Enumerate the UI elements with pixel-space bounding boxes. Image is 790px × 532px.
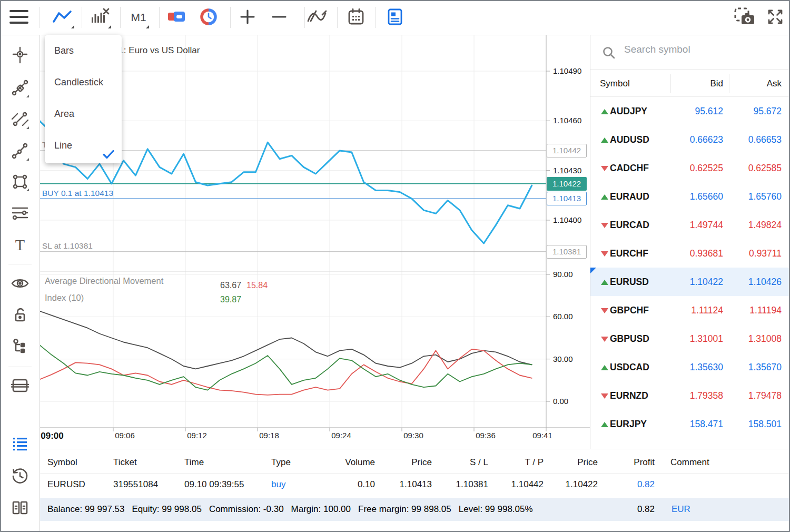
text-tool-button[interactable]: T: [9, 235, 31, 256]
adx-value: 63.67: [220, 281, 241, 290]
menu-item-candlestick[interactable]: Candlestick: [45, 66, 122, 98]
show-objects-button[interactable]: [9, 273, 31, 294]
bid-price: 1.31001: [690, 324, 723, 353]
dropdown-corner-icon: [108, 25, 111, 28]
header-ticket[interactable]: Ticket: [113, 449, 179, 476]
balance-item: Margin: 100.00: [291, 504, 351, 514]
header-volume[interactable]: Volume: [324, 449, 375, 476]
menu-item-area[interactable]: Area: [45, 98, 122, 130]
time-axis-label: 09:18: [259, 431, 279, 440]
one-click-trading-button[interactable]: [166, 5, 187, 30]
plus-icon: [240, 9, 255, 26]
balance-label: Level:: [459, 504, 485, 514]
header-symbol[interactable]: Symbol: [47, 449, 113, 476]
history-button[interactable]: [9, 466, 31, 487]
zoom-out-button[interactable]: [269, 5, 290, 30]
trade-table-row[interactable]: EURUSD31955108409.10 09:39:55buy0.101.10…: [39, 474, 790, 497]
header-price[interactable]: Price: [549, 449, 598, 476]
symbol-row-cadchf[interactable]: CADCHF0.625250.62585: [590, 154, 790, 182]
screenshot-button[interactable]: [733, 5, 756, 30]
main-menu-button[interactable]: [6, 5, 32, 30]
fibonacci-tool-button[interactable]: [9, 203, 31, 224]
symbol-row-eurnzd[interactable]: EURNZD1.793581.79478: [590, 381, 790, 410]
sl-annotation: SL at 1.10381: [42, 241, 93, 251]
symbol-name: AUDUSD: [610, 125, 649, 154]
dropdown-corner-icon: [26, 95, 29, 97]
price-axis-label: 1.10490: [553, 67, 588, 75]
zoom-in-button[interactable]: [237, 5, 258, 30]
search-input[interactable]: [623, 43, 778, 56]
trade-dialog-button[interactable]: [9, 376, 31, 397]
remove-indicator-button[interactable]: [87, 5, 113, 30]
arrow-down-icon: [601, 308, 608, 313]
economic-calendar-button[interactable]: [345, 5, 367, 30]
symbol-row-eurusd[interactable]: EURUSD1.104221.10426: [590, 268, 790, 296]
chart-plot[interactable]: [39, 35, 590, 449]
header-tp[interactable]: T / P: [493, 449, 544, 476]
document-panel-icon: [387, 8, 403, 27]
header-time[interactable]: Time: [184, 449, 269, 476]
column-header-bid[interactable]: Bid: [710, 70, 723, 97]
trade-list-button[interactable]: [9, 434, 31, 455]
symbol-name: GBPCHF: [610, 296, 649, 324]
trade-box-icon: [11, 378, 29, 395]
chart-type-menu: Bars Candlestick Area Line: [45, 35, 122, 163]
symbol-row-euraud[interactable]: EURAUD1.656601.65760: [590, 182, 790, 211]
bid-price: 0.62525: [690, 154, 723, 182]
trendline-tool-button[interactable]: [9, 110, 31, 131]
timeframe-button[interactable]: M1: [126, 5, 151, 30]
shapes-tool-button[interactable]: [9, 172, 31, 193]
objects-button[interactable]: [307, 5, 328, 30]
toolbar-separator: [230, 7, 231, 28]
chart-type-button[interactable]: [48, 5, 76, 30]
header-sl[interactable]: S / L: [437, 449, 488, 476]
column-header-ask[interactable]: Ask: [767, 70, 782, 97]
bid-price: 1.79358: [690, 381, 723, 410]
symbol-row-audusd[interactable]: AUDUSD0.666230.66653: [590, 125, 790, 154]
ask-price: 1.35670: [748, 353, 782, 381]
market-depth-button[interactable]: [197, 5, 220, 30]
plus-di-value: 39.87: [220, 295, 241, 304]
symbol-row-eurjpy[interactable]: EURJPY158.471158.501: [590, 410, 790, 438]
journal-button[interactable]: [9, 498, 31, 519]
menu-item-line[interactable]: Line: [45, 130, 122, 161]
measure-tool-button[interactable]: [9, 78, 31, 99]
symbol-row-audjpy[interactable]: AUDJPY95.61295.672: [590, 97, 790, 125]
fullscreen-button[interactable]: [764, 5, 787, 30]
polyline-tool-button[interactable]: [9, 141, 31, 162]
symbol-search: [590, 35, 790, 70]
current-price-badge: 1.10422: [547, 177, 587, 191]
header-comment[interactable]: Comment: [670, 449, 776, 476]
price-axis-label: 1.10430: [553, 166, 588, 175]
balance-item: Level: 99 998.05%: [459, 504, 533, 514]
symbol-row-eurcad[interactable]: EURCAD1.497441.49824: [590, 211, 790, 239]
drawing-toolbar: T: [0, 35, 40, 532]
header-price[interactable]: Price: [380, 449, 432, 476]
panel-toggle-button[interactable]: [383, 5, 407, 30]
toolbar-separator: [82, 7, 82, 28]
object-list-button[interactable]: [9, 337, 31, 358]
arrow-down-icon: [601, 251, 608, 257]
balance-item: Free margin: 99 898.05: [358, 504, 451, 514]
time-axis-label: 09:36: [476, 431, 496, 440]
total-profit: 0.82: [637, 498, 655, 521]
symbol-row-usdcad[interactable]: USDCAD1.356301.35670: [590, 353, 790, 381]
column-header-symbol[interactable]: Symbol: [600, 70, 630, 97]
ask-price: 1.65760: [748, 182, 782, 211]
cell-ticket: 319551084: [113, 474, 179, 496]
column-divider: [670, 74, 671, 93]
ask-price: 1.49824: [748, 211, 782, 239]
toolbar-separator: [39, 7, 40, 28]
trade-table-header: SymbolTicketTimeTypeVolumePriceS / LT / …: [39, 449, 790, 474]
trade-panel: SymbolTicketTimeTypeVolumePriceS / LT / …: [39, 449, 790, 532]
symbol-row-gbpusd[interactable]: GBPUSD1.310011.31008: [590, 324, 790, 353]
symbol-name: GBPUSD: [610, 324, 649, 353]
header-profit[interactable]: Profit: [603, 449, 655, 476]
lock-objects-button[interactable]: [9, 305, 31, 326]
symbol-row-gbpchf[interactable]: GBPCHF1.111241.11194: [590, 296, 790, 324]
menu-item-label: Candlestick: [54, 77, 103, 87]
menu-item-bars[interactable]: Bars: [45, 35, 122, 66]
crosshair-tool-button[interactable]: [9, 45, 31, 66]
account-currency[interactable]: EUR: [671, 498, 690, 521]
symbol-row-eurchf[interactable]: EURCHF0.936810.93711: [590, 239, 790, 268]
